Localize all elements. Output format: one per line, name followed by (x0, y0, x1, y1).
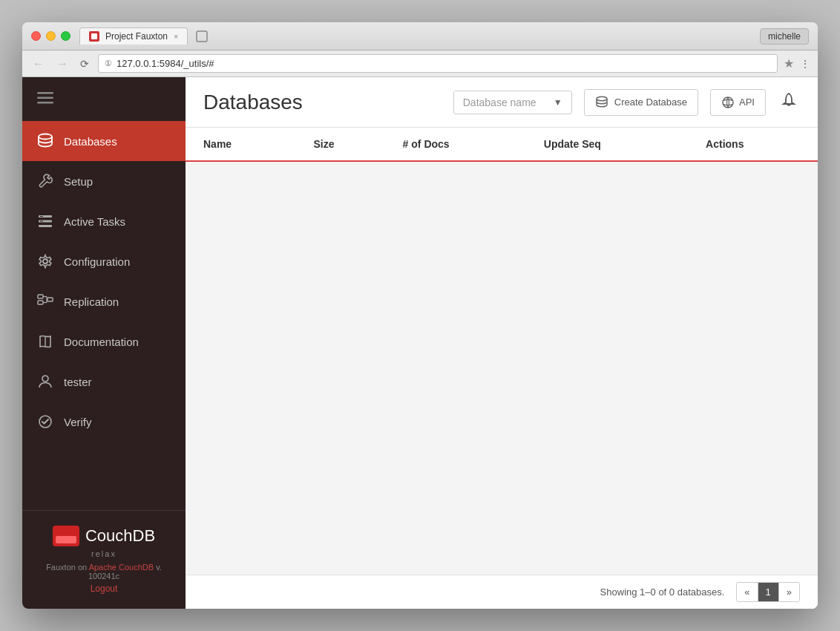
couchdb-logo: CouchDB (37, 526, 171, 546)
col-actions: Actions (694, 128, 818, 161)
couchdb-relax: relax (37, 549, 171, 558)
svg-rect-12 (38, 301, 43, 304)
logout-link[interactable]: Logout (37, 583, 171, 594)
traffic-lights (31, 31, 70, 41)
dropdown-arrow-icon: ▼ (554, 97, 562, 108)
svg-point-10 (43, 259, 47, 264)
new-tab-button[interactable] (192, 27, 211, 46)
databases-table: Name Size # of Docs Update Seq Actions (186, 128, 818, 162)
sidebar-item-replication[interactable]: Replication (22, 281, 186, 321)
sidebar-item-configuration[interactable]: Configuration (22, 241, 186, 281)
url-bar[interactable]: ① 127.0.0.1:5984/_utils/# (98, 54, 778, 73)
content-header: Databases Database name ▼ Create Databas… (186, 77, 818, 128)
svg-point-16 (597, 97, 607, 101)
bookmark-button[interactable]: ★ (784, 56, 794, 71)
svg-rect-1 (37, 92, 53, 94)
main-content: Databases Setup (22, 77, 818, 609)
maximize-button[interactable] (61, 31, 70, 41)
database-icon (37, 133, 53, 149)
col-name: Name (186, 128, 301, 161)
sidebar-item-active-tasks[interactable]: Active Tasks (22, 201, 186, 241)
sidebar-databases-label: Databases (64, 135, 117, 148)
sidebar-replication-label: Replication (64, 295, 119, 308)
showing-text: Showing 1–0 of 0 databases. (203, 586, 724, 598)
create-database-button[interactable]: Create Database (584, 89, 698, 116)
sidebar-item-setup[interactable]: Setup (22, 161, 186, 201)
content-area: Databases Database name ▼ Create Databas… (186, 77, 818, 609)
address-bar: ← → ⟳ ① 127.0.0.1:5984/_utils/# ★ ⋮ (22, 50, 818, 77)
sidebar-tester-label: tester (64, 376, 92, 388)
table-header: Name Size # of Docs Update Seq Actions (186, 128, 818, 161)
sidebar-setup-label: Setup (64, 175, 93, 188)
tab-close-button[interactable]: × (174, 32, 178, 41)
fauxton-info: Fauxton on Apache CouchDB v. 100241c (37, 563, 171, 581)
sidebar-item-tester[interactable]: tester (22, 362, 186, 402)
user-badge[interactable]: michelle (760, 28, 809, 45)
svg-point-17 (723, 97, 733, 108)
bell-icon (781, 92, 797, 108)
wrench-icon (37, 173, 53, 189)
next-page-button[interactable]: » (779, 583, 799, 601)
svg-rect-2 (37, 97, 53, 99)
create-db-icon (595, 96, 608, 109)
prev-page-button[interactable]: « (737, 583, 758, 601)
sidebar-active-tasks-label: Active Tasks (64, 215, 125, 228)
couchdb-icon (53, 526, 79, 546)
user-icon (37, 373, 53, 390)
notifications-button[interactable] (778, 89, 800, 116)
col-docs: # of Docs (391, 128, 532, 161)
svg-rect-13 (47, 298, 53, 301)
pagination: « 1 » (736, 582, 800, 602)
sidebar-configuration-label: Configuration (64, 255, 130, 268)
sidebar-verify-label: Verify (64, 416, 92, 428)
sidebar-item-verify[interactable]: Verify (22, 402, 186, 442)
svg-point-14 (42, 376, 48, 382)
fauxton-label: Fauxton on (46, 563, 89, 572)
close-button[interactable] (31, 31, 41, 41)
database-name-dropdown[interactable]: Database name ▼ (453, 91, 572, 114)
svg-rect-8 (40, 216, 43, 217)
browser-menu-button[interactable]: ⋮ (800, 58, 810, 70)
tab-label: Project Fauxton (105, 31, 168, 42)
title-bar: Project Fauxton × michelle (22, 22, 818, 50)
api-label: API (739, 97, 755, 108)
api-icon (721, 96, 735, 109)
couchdb-name: CouchDB (85, 526, 155, 546)
check-icon (37, 413, 53, 430)
content-footer: Showing 1–0 of 0 databases. « 1 » (186, 575, 818, 609)
gear-icon (37, 253, 53, 269)
tab-favicon (89, 31, 99, 42)
svg-point-4 (39, 134, 52, 140)
col-size: Size (301, 128, 390, 161)
sidebar: Databases Setup (22, 77, 186, 609)
minimize-button[interactable] (46, 31, 56, 41)
hamburger-menu-button[interactable] (22, 77, 186, 121)
replication-icon (37, 293, 53, 310)
svg-rect-11 (38, 295, 43, 298)
sidebar-documentation-label: Documentation (64, 336, 139, 348)
api-button[interactable]: API (710, 89, 766, 116)
svg-rect-7 (39, 225, 52, 227)
back-button[interactable]: ← (30, 56, 47, 72)
page-title: Databases (203, 91, 442, 114)
sidebar-bottom: CouchDB relax Fauxton on Apache CouchDB … (22, 510, 186, 609)
browser-tab[interactable]: Project Fauxton × (79, 27, 188, 45)
tab-bar: Project Fauxton × (79, 27, 760, 46)
svg-rect-0 (197, 31, 207, 42)
sidebar-nav: Databases Setup (22, 121, 186, 510)
apache-link[interactable]: Apache CouchDB (89, 563, 154, 572)
db-name-placeholder: Database name (463, 97, 548, 108)
current-page-button[interactable]: 1 (758, 583, 779, 601)
sidebar-item-documentation[interactable]: Documentation (22, 321, 186, 362)
book-icon (37, 333, 53, 350)
lock-icon: ① (105, 59, 112, 68)
list-icon (37, 213, 53, 229)
create-db-label: Create Database (614, 97, 687, 108)
forward-button[interactable]: → (53, 56, 71, 72)
svg-rect-9 (40, 221, 43, 222)
url-text: 127.0.0.1:5984/_utils/# (117, 58, 214, 69)
sidebar-item-databases[interactable]: Databases (22, 121, 186, 161)
table-container: Name Size # of Docs Update Seq Actions (186, 128, 818, 575)
col-update-seq: Update Seq (532, 128, 694, 161)
refresh-button[interactable]: ⟳ (77, 56, 92, 71)
